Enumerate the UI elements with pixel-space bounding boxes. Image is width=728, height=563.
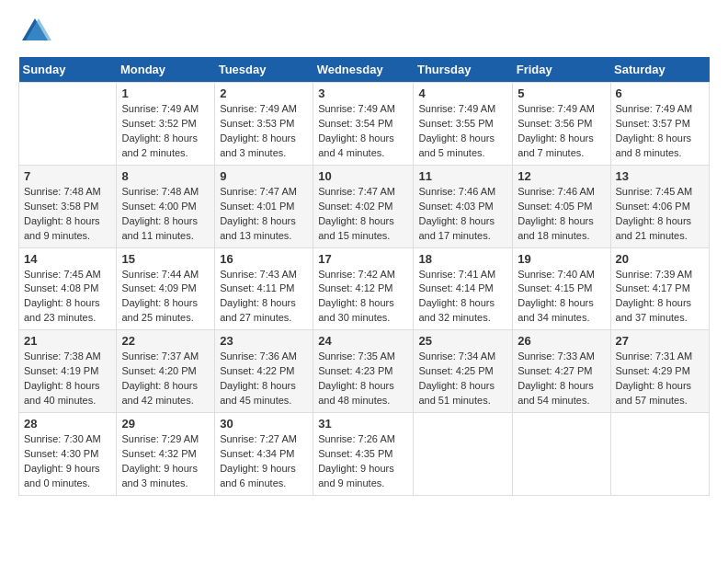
calendar-cell: 5Sunrise: 7:49 AM Sunset: 3:56 PM Daylig… <box>513 83 610 166</box>
day-info: Sunrise: 7:47 AM Sunset: 4:01 PM Dayligh… <box>220 185 308 244</box>
weekday-header: Tuesday <box>215 57 313 83</box>
day-info: Sunrise: 7:43 AM Sunset: 4:11 PM Dayligh… <box>220 268 308 327</box>
day-info: Sunrise: 7:48 AM Sunset: 4:00 PM Dayligh… <box>121 185 210 244</box>
calendar-cell: 10Sunrise: 7:47 AM Sunset: 4:02 PM Dayli… <box>313 165 414 247</box>
day-info: Sunrise: 7:38 AM Sunset: 4:19 PM Dayligh… <box>24 350 111 408</box>
day-number: 20 <box>616 252 704 266</box>
day-number: 18 <box>418 252 507 266</box>
calendar-week-row: 28Sunrise: 7:30 AM Sunset: 4:30 PM Dayli… <box>19 413 710 496</box>
day-number: 16 <box>220 252 308 266</box>
logo <box>18 15 55 48</box>
calendar-cell: 7Sunrise: 7:48 AM Sunset: 3:58 PM Daylig… <box>19 165 117 247</box>
calendar-cell: 19Sunrise: 7:40 AM Sunset: 4:15 PM Dayli… <box>513 247 610 330</box>
day-number: 29 <box>121 417 210 431</box>
calendar-week-row: 7Sunrise: 7:48 AM Sunset: 3:58 PM Daylig… <box>19 165 710 247</box>
day-number: 7 <box>24 169 111 183</box>
calendar-week-row: 1Sunrise: 7:49 AM Sunset: 3:52 PM Daylig… <box>19 83 710 166</box>
calendar-cell: 12Sunrise: 7:46 AM Sunset: 4:05 PM Dayli… <box>513 165 610 247</box>
day-info: Sunrise: 7:40 AM Sunset: 4:15 PM Dayligh… <box>518 268 605 327</box>
calendar-cell <box>414 413 513 496</box>
calendar-cell: 4Sunrise: 7:49 AM Sunset: 3:55 PM Daylig… <box>414 83 513 166</box>
day-number: 3 <box>318 86 408 100</box>
day-info: Sunrise: 7:46 AM Sunset: 4:05 PM Dayligh… <box>518 185 605 244</box>
day-info: Sunrise: 7:44 AM Sunset: 4:09 PM Dayligh… <box>121 268 210 327</box>
day-number: 5 <box>518 86 605 100</box>
calendar-cell: 15Sunrise: 7:44 AM Sunset: 4:09 PM Dayli… <box>117 247 215 330</box>
day-info: Sunrise: 7:26 AM Sunset: 4:35 PM Dayligh… <box>318 432 408 491</box>
day-info: Sunrise: 7:27 AM Sunset: 4:34 PM Dayligh… <box>220 432 308 491</box>
day-info: Sunrise: 7:30 AM Sunset: 4:30 PM Dayligh… <box>24 432 111 491</box>
logo-icon <box>18 15 51 48</box>
calendar-cell: 9Sunrise: 7:47 AM Sunset: 4:01 PM Daylig… <box>215 165 313 247</box>
calendar-header-row: SundayMondayTuesdayWednesdayThursdayFrid… <box>19 57 710 83</box>
calendar-cell <box>610 413 709 496</box>
day-info: Sunrise: 7:45 AM Sunset: 4:06 PM Dayligh… <box>616 185 704 244</box>
calendar-cell: 1Sunrise: 7:49 AM Sunset: 3:52 PM Daylig… <box>117 83 215 166</box>
day-number: 1 <box>121 86 210 100</box>
day-info: Sunrise: 7:42 AM Sunset: 4:12 PM Dayligh… <box>318 268 408 327</box>
day-info: Sunrise: 7:36 AM Sunset: 4:22 PM Dayligh… <box>220 350 308 408</box>
calendar-cell: 24Sunrise: 7:35 AM Sunset: 4:23 PM Dayli… <box>313 330 414 413</box>
weekday-header: Monday <box>117 57 215 83</box>
day-number: 24 <box>318 334 408 348</box>
day-number: 27 <box>616 334 704 348</box>
day-number: 30 <box>220 417 308 431</box>
calendar-cell: 21Sunrise: 7:38 AM Sunset: 4:19 PM Dayli… <box>19 330 117 413</box>
calendar-cell: 11Sunrise: 7:46 AM Sunset: 4:03 PM Dayli… <box>414 165 513 247</box>
calendar-cell: 16Sunrise: 7:43 AM Sunset: 4:11 PM Dayli… <box>215 247 313 330</box>
calendar-week-row: 14Sunrise: 7:45 AM Sunset: 4:08 PM Dayli… <box>19 247 710 330</box>
day-number: 2 <box>220 86 308 100</box>
day-number: 4 <box>418 86 507 100</box>
day-number: 17 <box>318 252 408 266</box>
day-number: 8 <box>121 169 210 183</box>
day-number: 26 <box>518 334 605 348</box>
day-number: 19 <box>518 252 605 266</box>
day-number: 23 <box>220 334 308 348</box>
weekday-header: Wednesday <box>313 57 414 83</box>
day-info: Sunrise: 7:29 AM Sunset: 4:32 PM Dayligh… <box>121 432 210 491</box>
calendar-cell: 17Sunrise: 7:42 AM Sunset: 4:12 PM Dayli… <box>313 247 414 330</box>
calendar-cell: 29Sunrise: 7:29 AM Sunset: 4:32 PM Dayli… <box>117 413 215 496</box>
day-info: Sunrise: 7:33 AM Sunset: 4:27 PM Dayligh… <box>518 350 605 408</box>
calendar-cell: 25Sunrise: 7:34 AM Sunset: 4:25 PM Dayli… <box>414 330 513 413</box>
calendar-cell: 27Sunrise: 7:31 AM Sunset: 4:29 PM Dayli… <box>610 330 709 413</box>
day-number: 28 <box>24 417 111 431</box>
calendar-cell: 20Sunrise: 7:39 AM Sunset: 4:17 PM Dayli… <box>610 247 709 330</box>
calendar-cell: 31Sunrise: 7:26 AM Sunset: 4:35 PM Dayli… <box>313 413 414 496</box>
weekday-header: Sunday <box>19 57 117 83</box>
day-info: Sunrise: 7:49 AM Sunset: 3:55 PM Dayligh… <box>418 102 507 161</box>
calendar-cell <box>513 413 610 496</box>
weekday-header: Thursday <box>414 57 513 83</box>
calendar-cell: 8Sunrise: 7:48 AM Sunset: 4:00 PM Daylig… <box>117 165 215 247</box>
day-number: 15 <box>121 252 210 266</box>
day-number: 14 <box>24 252 111 266</box>
day-number: 13 <box>616 169 704 183</box>
weekday-header: Saturday <box>610 57 709 83</box>
calendar-cell: 3Sunrise: 7:49 AM Sunset: 3:54 PM Daylig… <box>313 83 414 166</box>
day-info: Sunrise: 7:48 AM Sunset: 3:58 PM Dayligh… <box>24 185 111 244</box>
day-number: 31 <box>318 417 408 431</box>
day-info: Sunrise: 7:37 AM Sunset: 4:20 PM Dayligh… <box>121 350 210 408</box>
weekday-header: Friday <box>513 57 610 83</box>
day-info: Sunrise: 7:41 AM Sunset: 4:14 PM Dayligh… <box>418 268 507 327</box>
day-number: 21 <box>24 334 111 348</box>
day-info: Sunrise: 7:46 AM Sunset: 4:03 PM Dayligh… <box>418 185 507 244</box>
header <box>18 15 710 48</box>
calendar-cell: 23Sunrise: 7:36 AM Sunset: 4:22 PM Dayli… <box>215 330 313 413</box>
day-number: 6 <box>616 86 704 100</box>
day-number: 12 <box>518 169 605 183</box>
calendar-cell: 18Sunrise: 7:41 AM Sunset: 4:14 PM Dayli… <box>414 247 513 330</box>
day-info: Sunrise: 7:49 AM Sunset: 3:53 PM Dayligh… <box>220 102 308 161</box>
calendar-cell: 14Sunrise: 7:45 AM Sunset: 4:08 PM Dayli… <box>19 247 117 330</box>
calendar-week-row: 21Sunrise: 7:38 AM Sunset: 4:19 PM Dayli… <box>19 330 710 413</box>
day-info: Sunrise: 7:47 AM Sunset: 4:02 PM Dayligh… <box>318 185 408 244</box>
day-info: Sunrise: 7:35 AM Sunset: 4:23 PM Dayligh… <box>318 350 408 408</box>
day-info: Sunrise: 7:31 AM Sunset: 4:29 PM Dayligh… <box>616 350 704 408</box>
day-info: Sunrise: 7:34 AM Sunset: 4:25 PM Dayligh… <box>418 350 507 408</box>
calendar-cell: 22Sunrise: 7:37 AM Sunset: 4:20 PM Dayli… <box>117 330 215 413</box>
day-number: 10 <box>318 169 408 183</box>
calendar-cell: 6Sunrise: 7:49 AM Sunset: 3:57 PM Daylig… <box>610 83 709 166</box>
day-number: 11 <box>418 169 507 183</box>
day-number: 9 <box>220 169 308 183</box>
calendar-cell: 26Sunrise: 7:33 AM Sunset: 4:27 PM Dayli… <box>513 330 610 413</box>
